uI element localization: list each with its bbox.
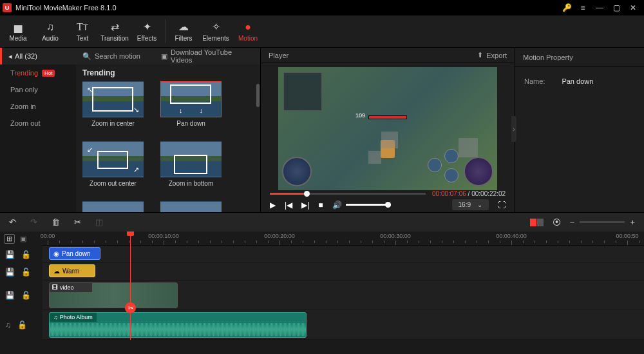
filter-clip[interactable]: ☁Warm (49, 264, 95, 277)
category-zoom-in[interactable]: Zoom in (0, 98, 76, 115)
tool-media[interactable]: ▅Media (3, 15, 33, 47)
play-button[interactable]: ▶ (270, 201, 276, 210)
star-icon: ✧ (212, 21, 220, 33)
undo-button[interactable]: ↶ (9, 217, 16, 227)
download-youtube-button[interactable]: ▣Download YouTube Videos (161, 48, 254, 64)
volume-slider[interactable] (346, 204, 391, 206)
motion-thumb[interactable]: ↓↓Pan down (160, 81, 222, 127)
save-icon: 💾 (5, 291, 15, 300)
tool-transition[interactable]: ⇄Transition (99, 15, 130, 47)
zoom-slider[interactable] (580, 221, 625, 223)
asset-browser: ◂ All (32) TrendingHot Pan only Zoom in … (0, 48, 261, 212)
tool-effects[interactable]: ✦Effects (131, 15, 162, 47)
prop-name-value: Pan down (562, 77, 593, 85)
current-time: 00:00:07:06 (432, 190, 466, 197)
next-frame-button[interactable]: ▶| (301, 201, 309, 210)
seek-bar[interactable] (270, 193, 426, 195)
audio-track[interactable]: ♫Photo Album (43, 310, 644, 340)
motion-track-header[interactable]: 💾🔓 (0, 246, 43, 263)
split-button[interactable]: ✂ (74, 217, 81, 227)
motion-thumb[interactable] (82, 201, 144, 212)
crop-button[interactable]: ◫ (95, 217, 103, 227)
tool-text[interactable]: TTText (67, 15, 98, 47)
motion-thumb[interactable]: ↙↗Zoom out center (82, 141, 144, 187)
game-minimap (283, 72, 322, 111)
player-title: Player (269, 52, 289, 59)
cloud-icon: ☁ (178, 21, 189, 33)
lock-icon[interactable]: 🔓 (21, 268, 31, 277)
lock-icon[interactable]: 🔓 (17, 320, 27, 329)
split-at-playhead-button[interactable]: ✂ (125, 302, 136, 313)
music-icon: ♫ (46, 21, 54, 33)
menu-icon[interactable]: ≡ (574, 0, 591, 15)
playhead[interactable]: ✂ (130, 231, 131, 340)
timeline: ↶ ↷ 🗑 ✂ ◫ ⦿ − + ⊞▣ 💾🔓 💾🔓 💾🔓 ♫🔓 00:0000:0… (0, 212, 644, 340)
redo-button[interactable]: ↷ (30, 217, 37, 227)
app-logo: U (3, 3, 12, 12)
music-icon: ♫ (5, 320, 11, 329)
text-icon: TT (77, 21, 88, 33)
zoom-out-button[interactable]: − (570, 217, 575, 227)
collapse-properties-button[interactable]: › (511, 116, 516, 142)
filter-track[interactable]: ☁Warm (43, 263, 644, 280)
category-zoom-out[interactable]: Zoom out (0, 115, 76, 132)
delete-button[interactable]: 🗑 (52, 217, 60, 227)
motion-thumb[interactable] (160, 201, 222, 212)
minimize-button[interactable]: — (591, 0, 608, 15)
scrollbar[interactable] (256, 84, 260, 107)
youtube-icon: ▣ (161, 52, 167, 61)
add-track-button[interactable]: ⊞ (4, 234, 15, 244)
category-pan-only[interactable]: Pan only (0, 81, 76, 98)
search-input[interactable]: 🔍Search motion (82, 52, 153, 61)
swap-icon: ⇄ (111, 21, 119, 33)
folder-icon: ▅ (14, 21, 22, 33)
category-trending[interactable]: TrendingHot (0, 64, 76, 81)
duplicate-track-button[interactable]: ▣ (20, 235, 26, 243)
maximize-button[interactable]: ▢ (608, 0, 625, 15)
close-button[interactable]: ✕ (625, 0, 641, 15)
duration: 00:00:22:02 (471, 190, 506, 197)
prop-name-label: Name: (524, 77, 545, 85)
stop-button[interactable]: ■ (318, 201, 323, 210)
marker-button[interactable]: ⦿ (553, 217, 561, 227)
main-toolbar: ▅Media ♫Audio TTText ⇄Transition ✦Effect… (0, 15, 644, 48)
tool-elements[interactable]: ✧Elements (200, 15, 231, 47)
motion-thumb[interactable]: Zoom in bottom (160, 141, 222, 187)
film-icon: 🎞 (52, 284, 58, 291)
save-icon: 💾 (5, 268, 15, 277)
lock-icon[interactable]: 🔓 (21, 291, 31, 300)
snap-toggle[interactable] (530, 219, 544, 226)
tool-filters[interactable]: ☁Filters (168, 15, 199, 47)
lock-icon[interactable]: 🔓 (21, 250, 31, 259)
category-all[interactable]: ◂ All (32) (0, 48, 76, 64)
filter-track-header[interactable]: 💾🔓 (0, 263, 43, 280)
export-icon: ⬆ (477, 51, 483, 59)
video-track-header[interactable]: 💾🔓 (0, 280, 43, 310)
hot-badge: Hot (42, 70, 55, 77)
chevron-down-icon: ⌄ (477, 201, 482, 208)
video-preview[interactable]: 109 (278, 67, 497, 190)
motion-thumb[interactable]: ↖↘Zoom in center (82, 81, 144, 127)
tool-audio[interactable]: ♫Audio (35, 15, 66, 47)
cloud-icon: ☁ (53, 268, 60, 275)
fullscreen-button[interactable]: ⛶ (498, 201, 506, 210)
music-icon: ♫ (53, 314, 58, 320)
zoom-in-button[interactable]: + (630, 217, 635, 227)
key-icon[interactable]: 🔑 (562, 3, 572, 12)
audio-track-header[interactable]: ♫🔓 (0, 310, 43, 340)
tool-motion[interactable]: ●Motion (232, 15, 263, 47)
sparkle-icon: ✦ (143, 21, 151, 33)
motion-icon: ● (245, 21, 251, 33)
prev-frame-button[interactable]: |◀ (285, 201, 292, 210)
player-panel: Player ⬆Export 109 00:00:07:06 / 00:00:2 (261, 48, 515, 212)
motion-track[interactable]: ◉Pan down (43, 246, 644, 263)
motion-clip[interactable]: ◉Pan down (49, 247, 100, 260)
audio-clip[interactable]: ♫Photo Album (49, 312, 307, 338)
video-clip[interactable]: 🎞video (49, 282, 178, 308)
export-button[interactable]: ⬆Export (477, 51, 507, 59)
properties-title: Motion Property (523, 54, 573, 61)
volume-icon[interactable]: 🔊 (332, 201, 342, 210)
aspect-ratio-select[interactable]: 16:9⌄ (452, 199, 489, 210)
properties-panel: Motion Property Name: Pan down (515, 48, 644, 212)
grid-title: Trending (82, 68, 254, 77)
